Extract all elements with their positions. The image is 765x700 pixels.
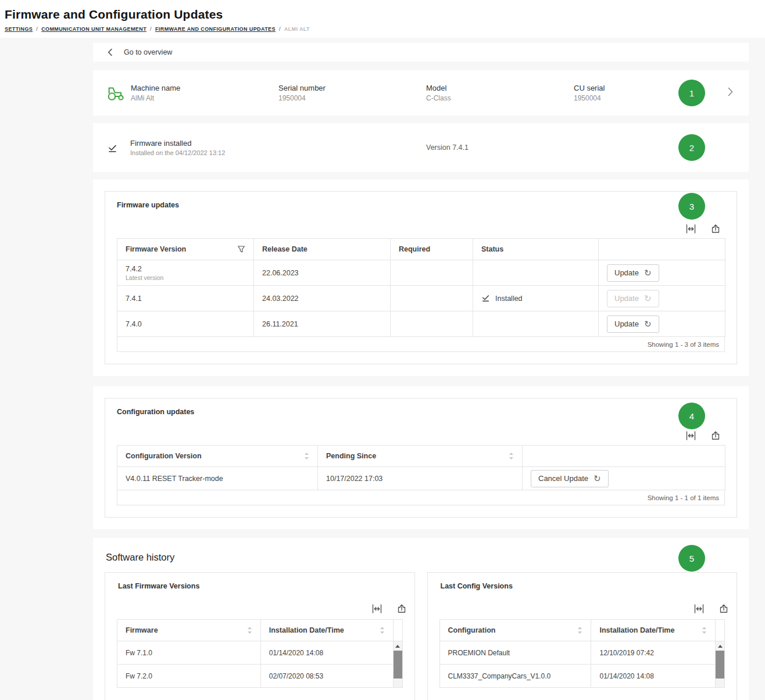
export-icon[interactable] [719, 604, 728, 613]
scrollbar-track[interactable] [394, 641, 402, 687]
installation-datetime-label: Installation Date/Time [599, 626, 674, 634]
last-config-header-row: Configuration Installation Date/Time [439, 620, 716, 641]
release-date-cell: 22.06.2023 [254, 260, 391, 286]
model-value: C-Class [426, 94, 574, 102]
export-icon[interactable] [711, 431, 720, 440]
refresh-icon: ↻ [644, 320, 652, 328]
actions-cell: Update ↻ [599, 260, 725, 286]
update-button-742[interactable]: Update ↻ [607, 264, 659, 282]
cancel-update-icon: ↻ [594, 475, 601, 482]
sort-icon[interactable] [380, 626, 385, 634]
breadcrumb: SETTINGS / COMMUNICATION UNIT MANAGEMENT… [5, 26, 760, 32]
scrollbar-header-spacer [394, 620, 402, 641]
required-cell [391, 311, 473, 337]
refresh-icon: ↻ [644, 295, 652, 302]
back-chevron-icon[interactable] [108, 48, 113, 56]
breadcrumb-settings[interactable]: SETTINGS [5, 26, 33, 32]
breadcrumb-current-machine: ALMI ALT [284, 26, 310, 32]
config-name-cell: PROEMION Default [439, 641, 591, 665]
firmware-column-header: Firmware [117, 620, 261, 641]
firmware-table-footer: Showing 1 - 3 of 3 items [117, 337, 725, 352]
column-settings-icon[interactable] [694, 604, 704, 613]
installed-title: Firmware installed [130, 139, 426, 148]
filter-icon[interactable] [237, 245, 245, 253]
actions-header [599, 239, 725, 260]
installation-datetime-label: Installation Date/Time [269, 626, 344, 634]
breadcrumb-separator: / [150, 26, 152, 32]
column-settings-icon[interactable] [372, 604, 382, 613]
firmware-history-row: Fw 7.2.0 02/07/2020 08:53 [117, 665, 394, 688]
configuration-version-header-label: Configuration Version [126, 452, 202, 460]
machine-name-label: Machine name [131, 84, 278, 92]
configuration-updates-toolbar [117, 431, 720, 440]
breadcrumb-communication-unit-management[interactable]: COMMUNICATION UNIT MANAGEMENT [41, 26, 146, 32]
export-icon[interactable] [397, 604, 406, 613]
machine-fields: Machine name AlMi Alt Serial number 1950… [131, 84, 721, 102]
last-firmware-table: Firmware Installation Date/Time [117, 619, 394, 688]
cancel-update-label: Cancel Update [538, 474, 588, 483]
model-label: Model [426, 84, 574, 92]
vertical-scrollbar[interactable] [715, 619, 725, 688]
configuration-version-cell: V4.0.11 RESET Tracker-mode [117, 467, 318, 490]
go-to-overview-label: Go to overview [124, 48, 172, 56]
sort-icon[interactable] [509, 452, 514, 460]
configuration-column-label: Configuration [448, 626, 496, 634]
sort-icon[interactable] [577, 626, 582, 634]
sort-icon[interactable] [247, 626, 252, 634]
firmware-updates-toolbar [117, 224, 720, 234]
firmware-installed-card: Firmware installed Installed on the 04/1… [93, 123, 749, 172]
last-config-versions-title: Last Config Versions [428, 582, 737, 590]
required-cell [391, 260, 473, 286]
firmware-row-742: 7.4.2 Latest version 22.06.2023 Update ↻ [117, 260, 725, 286]
installation-datetime-header: Installation Date/Time [591, 620, 716, 641]
check-installed-icon [108, 143, 118, 153]
export-icon[interactable] [711, 224, 720, 234]
scrollbar-header-spacer [716, 620, 724, 641]
serial-number-label: Serial number [278, 84, 426, 92]
firmware-version-header: Firmware Version [117, 239, 254, 260]
breadcrumb-separator: / [279, 26, 281, 32]
firmware-table-header-row: Firmware Version Release Date Required S… [117, 239, 725, 260]
chevron-right-icon[interactable] [728, 87, 733, 99]
vertical-scrollbar[interactable] [393, 619, 403, 688]
scrollbar-track[interactable] [716, 641, 724, 687]
status-cell [473, 260, 599, 286]
scroll-up-button[interactable] [716, 641, 724, 651]
software-history-panels: Last Firmware Versions [105, 572, 737, 700]
firmware-name-cell: Fw 7.1.0 [117, 641, 261, 665]
page-title: Firmware and Configuration Updates [5, 8, 760, 21]
update-button-740[interactable]: Update ↻ [607, 315, 659, 333]
scrollbar-thumb[interactable] [394, 651, 402, 679]
last-firmware-versions-title: Last Firmware Versions [105, 582, 414, 590]
installed-subtitle: Installed on the 04/12/2022 13:12 [130, 149, 426, 156]
actions-cell: Update ↻ [599, 286, 725, 311]
scroll-up-button[interactable] [394, 641, 402, 651]
scrollbar-thumb[interactable] [716, 651, 724, 679]
column-settings-icon[interactable] [686, 224, 696, 234]
last-config-table-wrap: Configuration Installation Date/Time [439, 619, 725, 688]
actions-cell: Update ↻ [599, 311, 725, 337]
firmware-updates-table: Firmware Version Release Date Required S… [117, 238, 725, 337]
pending-since-header-label: Pending Since [326, 452, 376, 460]
required-cell [391, 286, 473, 311]
sort-icon[interactable] [702, 626, 707, 634]
installation-datetime-header: Installation Date/Time [260, 620, 393, 641]
check-installed-icon [481, 293, 490, 304]
machine-summary-card[interactable]: Machine name AlMi Alt Serial number 1950… [93, 70, 749, 116]
config-datetime-cell: 01/14/2020 14:08 [591, 665, 716, 688]
config-name-cell: CLM3337_CompanyCars_V1.0.0 [439, 665, 591, 688]
sort-icon[interactable] [304, 452, 309, 460]
firmware-datetime-cell: 01/14/2020 14:08 [260, 641, 393, 665]
model-field: Model C-Class [426, 84, 574, 102]
cancel-update-button[interactable]: Cancel Update ↻ [531, 470, 609, 487]
configuration-table-header-row: Configuration Version Pending Since [117, 446, 725, 467]
machine-name-field: Machine name AlMi Alt [131, 84, 278, 102]
firmware-name-cell: Fw 7.2.0 [117, 665, 261, 688]
configuration-updates-title: Configuration updates [117, 408, 725, 416]
configuration-updates-card: Configuration updates 4 Configuration Ve… [93, 386, 749, 529]
breadcrumb-firmware-config-updates[interactable]: FIRMWARE AND CONFIGURATION UPDATES [155, 26, 276, 32]
status-cell [473, 311, 599, 337]
go-to-overview-bar[interactable]: Go to overview [93, 43, 749, 62]
step-badge-1: 1 [678, 80, 705, 106]
column-settings-icon[interactable] [686, 431, 696, 440]
